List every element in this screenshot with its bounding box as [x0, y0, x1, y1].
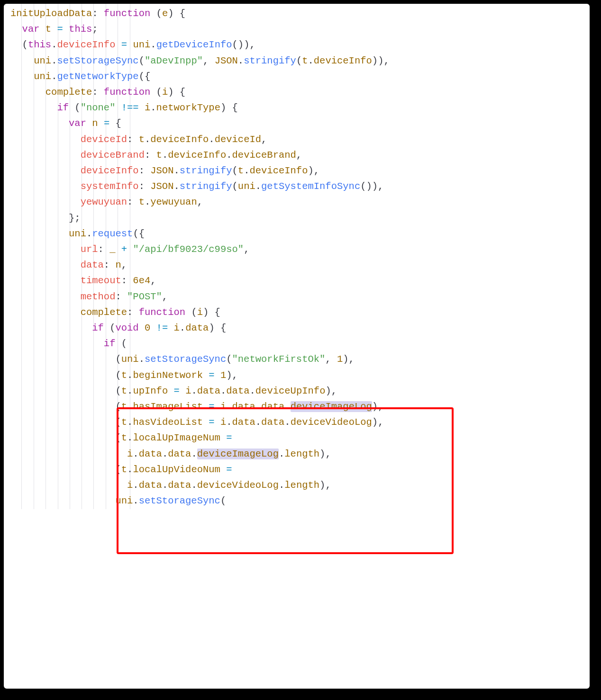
- token-attr: uni: [121, 354, 139, 365]
- token-attr: i: [220, 417, 226, 428]
- token-pn: ()),: [360, 181, 383, 192]
- token-pn: ),: [226, 370, 238, 381]
- token-pn: (: [10, 39, 28, 50]
- code-line[interactable]: complete: function (i) {: [10, 305, 586, 320]
- token-pn: [10, 150, 81, 161]
- token-pn: [51, 24, 57, 35]
- token-pn: [220, 432, 226, 443]
- token-pn: [10, 71, 34, 82]
- code-line[interactable]: url: _ + "/api/bf9023/c99so",: [10, 242, 586, 257]
- code-line[interactable]: systemInfo: JSON.stringify(uni.getSystem…: [10, 179, 586, 194]
- code-line[interactable]: i.data.data.deviceImageLog.length),: [10, 446, 586, 462]
- token-pn: [10, 181, 81, 192]
- code-line[interactable]: (t.localUpImageNum =: [10, 430, 586, 446]
- token-pn: [10, 165, 81, 176]
- code-line[interactable]: deviceId: t.deviceInfo.deviceId,: [10, 132, 586, 147]
- token-op: +: [121, 244, 127, 255]
- token-attr: complete: [81, 307, 127, 318]
- code-area[interactable]: initUploadData: function (e) { var t = t…: [4, 4, 590, 509]
- token-pn: .: [279, 449, 284, 459]
- code-line[interactable]: if (: [10, 336, 586, 351]
- token-attr: t: [121, 432, 127, 443]
- token-pn: .: [162, 150, 168, 161]
- token-op: =: [104, 118, 109, 129]
- token-pn: [127, 39, 133, 50]
- code-line[interactable]: uni.request({: [10, 226, 586, 242]
- token-pn: .: [133, 449, 138, 459]
- token-pn: ),: [308, 165, 319, 176]
- code-line[interactable]: uni.setStorageSync(: [10, 493, 586, 509]
- token-pn: {: [109, 118, 121, 129]
- token-pn: [10, 495, 115, 506]
- token-fn: getSystemInfoSync: [261, 181, 360, 192]
- token-pn: .: [51, 55, 57, 66]
- code-line[interactable]: (t.upInfo = i.data.data.deviceUpInfo),: [10, 383, 586, 399]
- token-pn: ,: [121, 260, 127, 270]
- token-prop: method: [81, 291, 116, 302]
- token-pn: ),: [244, 39, 255, 50]
- token-prop: data: [81, 260, 104, 270]
- code-line[interactable]: data: n,: [10, 257, 586, 273]
- token-prop: url: [81, 244, 98, 255]
- code-line[interactable]: uni.setStorageSync("aDevInpp", JSON.stri…: [10, 53, 586, 69]
- token-pn: :: [139, 165, 151, 176]
- token-pn: [10, 480, 127, 491]
- code-line[interactable]: complete: function (i) {: [10, 84, 586, 100]
- code-line[interactable]: i.data.data.deviceVideoLog.length),: [10, 477, 586, 493]
- token-pn: (: [104, 323, 116, 333]
- token-pn: ),: [319, 449, 331, 459]
- token-pn: [63, 24, 69, 35]
- code-line[interactable]: (uni.setStorageSync("networkFirstOk", 1)…: [10, 351, 586, 367]
- token-pn: [203, 370, 209, 381]
- token-pn: [86, 118, 92, 129]
- token-str: "POST": [127, 291, 162, 302]
- code-line[interactable]: (this.deviceInfo = uni.getDeviceInfo()),: [10, 37, 586, 53]
- code-line[interactable]: deviceInfo: JSON.stringify(t.deviceInfo)…: [10, 163, 586, 179]
- token-attr: t: [121, 417, 127, 428]
- token-attr: data: [139, 480, 162, 491]
- token-pn: :: [92, 87, 104, 98]
- token-pn: .: [191, 480, 197, 491]
- token-pn: .: [209, 134, 214, 145]
- code-line[interactable]: var t = this;: [10, 21, 586, 37]
- token-pn: [150, 8, 156, 19]
- token-num: 0: [145, 323, 150, 333]
- code-line[interactable]: uni.getNetworkType({: [10, 69, 586, 84]
- token-pn: .: [150, 102, 156, 113]
- code-line[interactable]: if ("none" !== i.networkType) {: [10, 100, 586, 116]
- token-attr: n: [115, 260, 121, 270]
- token-pn: [10, 244, 81, 255]
- token-op: =: [57, 24, 63, 35]
- token-pn: .: [255, 181, 261, 192]
- code-line[interactable]: deviceBrand: t.deviceInfo.deviceBrand,: [10, 147, 586, 163]
- code-line[interactable]: (t.hasVideoList = i.data.data.deviceVide…: [10, 414, 586, 430]
- code-line[interactable]: method: "POST",: [10, 289, 586, 305]
- token-fn: setStorageSync: [57, 55, 138, 66]
- token-op: =: [209, 401, 214, 412]
- token-pn: .: [180, 323, 185, 333]
- token-pn: .: [51, 71, 57, 82]
- code-line[interactable]: (t.beginNetwork = 1),: [10, 368, 586, 383]
- token-fn: getNetworkType: [57, 71, 138, 82]
- code-line[interactable]: (t.localUpVideoNum =: [10, 462, 586, 477]
- code-line[interactable]: };: [10, 210, 586, 226]
- code-line[interactable]: var n = {: [10, 116, 586, 131]
- code-line[interactable]: initUploadData: function (e) {: [10, 6, 586, 21]
- token-attr: data: [232, 401, 255, 412]
- token-attr: deviceInfo: [168, 150, 226, 161]
- code-line[interactable]: if (void 0 != i.data) {: [10, 320, 586, 336]
- token-pn: (: [10, 417, 121, 428]
- token-pn: [10, 275, 81, 286]
- token-pn: (: [220, 495, 226, 506]
- token-fn: getDeviceInfo: [156, 39, 232, 50]
- token-pn: ) {: [168, 87, 185, 98]
- token-str: "networkFirstOk": [232, 354, 326, 365]
- token-attr: uni: [69, 228, 86, 239]
- token-attr: i: [145, 102, 150, 113]
- code-line[interactable]: yewuyuan: t.yewuyuan,: [10, 194, 586, 210]
- code-line[interactable]: timeout: 6e4,: [10, 273, 586, 288]
- token-attr: deviceVideoLog: [291, 417, 372, 428]
- token-num: 6e4: [133, 275, 150, 286]
- code-line[interactable]: (t.hasImageList = i.data.data.deviceImag…: [10, 399, 586, 414]
- token-pn: (: [10, 370, 121, 381]
